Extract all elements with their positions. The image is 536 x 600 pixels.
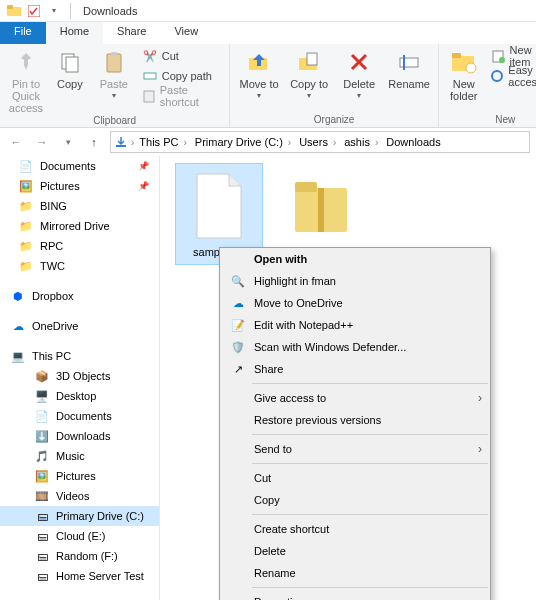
new-folder-button[interactable]: New folder	[445, 46, 482, 102]
svg-rect-23	[318, 188, 324, 232]
crumb-users[interactable]: Users›	[296, 136, 341, 148]
chevron-right-icon[interactable]: ›	[129, 137, 136, 148]
tree-videos[interactable]: 🎞️Videos	[0, 486, 159, 506]
svg-rect-13	[403, 55, 405, 70]
tree-primary-drive[interactable]: 🖴Primary Drive (C:)	[0, 506, 159, 526]
svg-rect-5	[107, 54, 121, 72]
forward-button[interactable]: →	[32, 132, 52, 152]
easy-access-button[interactable]: Easy access ▾	[486, 66, 536, 86]
chevron-down-icon: ▾	[112, 92, 116, 101]
new-item-button[interactable]: New item ▾	[486, 46, 536, 66]
ctx-send-to[interactable]: Send to›	[220, 438, 490, 460]
tree-this-pc[interactable]: 💻This PC	[0, 346, 159, 366]
tree-desktop[interactable]: 🖥️Desktop	[0, 386, 159, 406]
nav-tree[interactable]: 📄Documents📌 🖼️Pictures📌 📁BING 📁Mirrored …	[0, 156, 160, 600]
tab-home[interactable]: Home	[46, 22, 103, 44]
tree-bing[interactable]: 📁BING	[0, 196, 159, 216]
paste-button[interactable]: Paste ▾	[94, 46, 134, 101]
drive-icon: 🖴	[34, 528, 50, 544]
tab-file[interactable]: File	[0, 22, 46, 44]
svg-rect-11	[307, 53, 317, 65]
new-item-icon	[490, 48, 505, 64]
ctx-rename[interactable]: Rename	[220, 562, 490, 584]
chevron-down-icon: ▾	[257, 92, 261, 101]
group-label: New	[445, 113, 536, 127]
up-button[interactable]: ↑	[84, 132, 104, 152]
svg-rect-7	[144, 73, 156, 79]
tree-dropbox[interactable]: ⬢Dropbox	[0, 286, 159, 306]
cut-button[interactable]: ✂️ Cut	[138, 46, 223, 66]
ctx-share[interactable]: ↗Share	[220, 358, 490, 380]
tree-onedrive[interactable]: ☁OneDrive	[0, 316, 159, 336]
new-folder-icon	[450, 48, 478, 76]
svg-rect-6	[111, 52, 117, 56]
zip-folder-icon	[291, 170, 351, 242]
tree-documents[interactable]: 📄Documents📌	[0, 156, 159, 176]
pictures-icon: 🖼️	[18, 178, 34, 194]
group-new: New folder New item ▾ Easy access ▾ New	[439, 44, 536, 127]
tree-rpc[interactable]: 📁RPC	[0, 236, 159, 256]
ctx-move-onedrive[interactable]: ☁Move to OneDrive	[220, 292, 490, 314]
crumb-this-pc[interactable]: This PC›	[136, 136, 191, 148]
pin-to-quick-access-button[interactable]: Pin to Quick access	[6, 46, 46, 114]
crumb-drive[interactable]: Primary Drive (C:)›	[192, 136, 296, 148]
back-button[interactable]: ←	[6, 132, 26, 152]
chevron-right-icon: ›	[478, 391, 482, 405]
ctx-cut[interactable]: Cut	[220, 467, 490, 489]
delete-button[interactable]: Delete ▾	[336, 46, 382, 101]
ctx-edit-npp[interactable]: 📝Edit with Notepad++	[220, 314, 490, 336]
easy-access-icon	[490, 68, 504, 84]
ctx-create-shortcut[interactable]: Create shortcut	[220, 518, 490, 540]
ctx-restore-prev[interactable]: Restore previous versions	[220, 409, 490, 431]
documents-icon: 📄	[34, 408, 50, 424]
svg-rect-22	[295, 182, 317, 192]
rename-button[interactable]: Rename	[386, 46, 432, 90]
tree-3d-objects[interactable]: 📦3D Objects	[0, 366, 159, 386]
ctx-properties[interactable]: Properties	[220, 591, 490, 600]
qat-dropdown-icon[interactable]: ▾	[46, 3, 62, 19]
label: Easy access	[508, 64, 536, 88]
tree-documents[interactable]: 📄Documents	[0, 406, 159, 426]
rename-icon	[395, 48, 423, 76]
svg-rect-8	[144, 91, 154, 102]
tree-mirrored[interactable]: 📁Mirrored Drive	[0, 216, 159, 236]
tree-cloud-e[interactable]: 🖴Cloud (E:)	[0, 526, 159, 546]
address-bar: ← → ▾ ↑ › This PC› Primary Drive (C:)› U…	[0, 128, 536, 156]
copy-button[interactable]: Copy	[50, 46, 90, 90]
label: Copy path	[162, 70, 212, 82]
crumb-ashis[interactable]: ashis›	[341, 136, 383, 148]
move-to-button[interactable]: Move to ▾	[236, 46, 282, 101]
label: Cut	[162, 50, 179, 62]
ctx-delete[interactable]: Delete	[220, 540, 490, 562]
tree-random-f[interactable]: 🖴Random (F:)	[0, 546, 159, 566]
ctx-give-access[interactable]: Give access to›	[220, 387, 490, 409]
tree-downloads[interactable]: ⬇️Downloads	[0, 426, 159, 446]
ctx-scan-defender[interactable]: 🛡️Scan with Windows Defender...	[220, 336, 490, 358]
group-label: Clipboard	[6, 114, 223, 128]
dropbox-icon: ⬢	[10, 288, 26, 304]
pin-icon: 📌	[138, 161, 155, 171]
copy-to-button[interactable]: Copy to ▾	[286, 46, 332, 101]
tab-share[interactable]: Share	[103, 22, 160, 44]
recent-dropdown[interactable]: ▾	[58, 132, 78, 152]
desktop-icon: 🖥️	[34, 388, 50, 404]
group-clipboard: Pin to Quick access Copy Paste ▾ ✂️ Cut …	[0, 44, 230, 127]
tree-twc[interactable]: 📁TWC	[0, 256, 159, 276]
tree-pictures[interactable]: 🖼️Pictures📌	[0, 176, 159, 196]
crumb-downloads[interactable]: Downloads	[383, 136, 443, 148]
svg-rect-20	[116, 145, 126, 147]
folder-icon: 📁	[18, 218, 34, 234]
ctx-highlight-fman[interactable]: 🔍Highlight in fman	[220, 270, 490, 292]
tab-view[interactable]: View	[160, 22, 212, 44]
qat-properties-icon[interactable]	[26, 3, 42, 19]
tree-music[interactable]: 🎵Music	[0, 446, 159, 466]
copy-path-button[interactable]: Copy path	[138, 66, 223, 86]
ctx-open-with[interactable]: Open with	[220, 248, 490, 270]
breadcrumb[interactable]: › This PC› Primary Drive (C:)› Users› as…	[110, 131, 530, 153]
ctx-copy[interactable]: Copy	[220, 489, 490, 511]
tree-pictures[interactable]: 🖼️Pictures	[0, 466, 159, 486]
paste-shortcut-button[interactable]: Paste shortcut	[138, 86, 223, 106]
paste-shortcut-icon	[142, 88, 156, 104]
drive-icon: 🖴	[34, 548, 50, 564]
tree-home-server[interactable]: 🖴Home Server Test	[0, 566, 159, 586]
